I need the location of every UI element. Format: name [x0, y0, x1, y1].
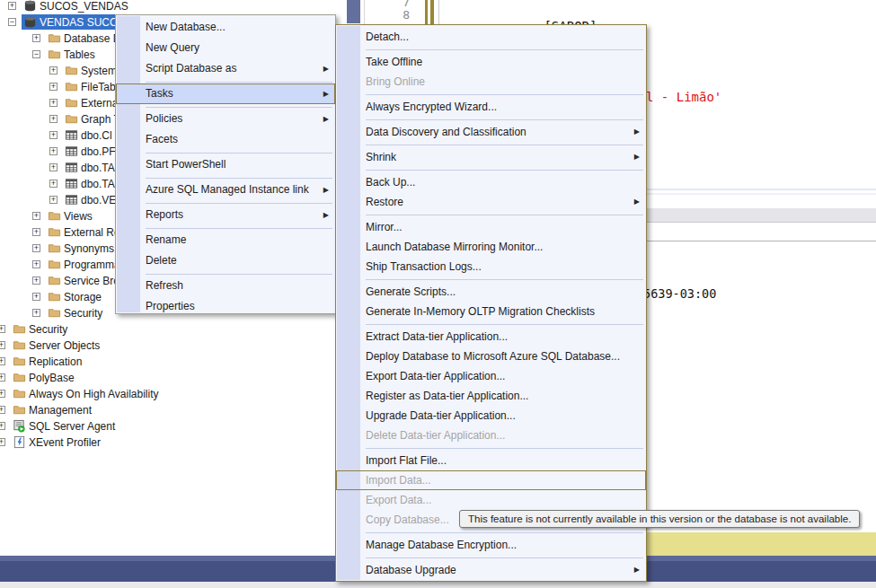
menu-item-launch-database-mirroring-monitor[interactable]: Launch Database Mirroring Monitor...: [336, 237, 646, 257]
menu-item-manage-database-encryption[interactable]: Manage Database Encryption...: [336, 535, 646, 555]
menu-item-export-data-tier-application[interactable]: Export Data-tier Application...: [336, 366, 646, 386]
tree-item-label: Storage: [64, 291, 102, 303]
plus-expander-icon[interactable]: +: [0, 422, 5, 430]
plus-expander-icon[interactable]: +: [32, 244, 40, 252]
menu-item-tasks[interactable]: Tasks▶: [116, 83, 335, 104]
menu-item-upgrade-data-tier-application[interactable]: Upgrade Data-tier Application...: [336, 406, 646, 426]
menu-item-back-up[interactable]: Back Up...: [336, 172, 646, 192]
minus-expander-icon[interactable]: −: [32, 50, 40, 58]
tree-item-polybase[interactable]: +PolyBase: [0, 370, 368, 385]
menu-item-take-offline[interactable]: Take Offline: [336, 52, 646, 72]
folder-icon: [13, 322, 26, 336]
plus-expander-icon[interactable]: +: [49, 196, 58, 204]
menu-item-properties[interactable]: Properties: [116, 296, 335, 317]
plus-expander-icon[interactable]: +: [49, 163, 58, 171]
plus-expander-icon[interactable]: +: [49, 66, 58, 75]
menu-item-new-query[interactable]: New Query: [116, 38, 335, 58]
plus-expander-icon[interactable]: +: [0, 390, 5, 398]
plus-expander-icon[interactable]: +: [0, 373, 5, 382]
menu-item-restore[interactable]: Restore▶: [336, 192, 646, 212]
plus-expander-icon[interactable]: +: [0, 341, 5, 349]
menu-item-start-powershell[interactable]: Start PowerShell: [116, 154, 335, 175]
tree-item-management[interactable]: +Management: [0, 402, 368, 417]
menu-item-label: Restore: [366, 196, 403, 208]
tree-item-label: Server Objects: [29, 339, 100, 352]
menu-item-script-database-as[interactable]: Script Database as▶: [116, 58, 335, 79]
tree-item-label: Replication: [29, 355, 82, 368]
menu-item-label: Ship Transaction Logs...: [366, 260, 482, 273]
plus-expander-icon[interactable]: +: [32, 309, 40, 317]
tree-item-replication[interactable]: +Replication: [0, 354, 368, 369]
folder-icon: [48, 258, 61, 271]
menu-item-extract-data-tier-application[interactable]: Extract Data-tier Application...: [336, 327, 646, 347]
menu-item-bring-online[interactable]: Bring Online: [336, 72, 646, 92]
tree-item-always-on-high-availability[interactable]: +Always On High Availability: [0, 386, 368, 401]
menu-item-policies[interactable]: Policies▶: [116, 109, 335, 129]
tree-item-server-objects[interactable]: +Server Objects: [0, 338, 368, 353]
tree-item-label: XEvent Profiler: [29, 436, 101, 449]
plus-expander-icon[interactable]: +: [49, 99, 58, 107]
menu-item-ship-transaction-logs[interactable]: Ship Transaction Logs...: [336, 257, 646, 276]
submenu-arrow-icon: ▶: [323, 58, 329, 79]
menu-item-import-data[interactable]: Import Data...: [336, 470, 646, 490]
plus-expander-icon[interactable]: +: [49, 180, 58, 188]
menu-item-mirror[interactable]: Mirror...: [336, 217, 646, 237]
minus-expander-icon[interactable]: −: [8, 18, 16, 26]
folder-icon: [48, 274, 61, 287]
menu-item-register-as-data-tier-application[interactable]: Register as Data-tier Application...: [336, 386, 646, 406]
menu-item-label: Script Database as: [146, 62, 236, 75]
tooltip-text: This feature is not currently available …: [468, 513, 851, 524]
menu-item-label: Manage Database Encryption...: [366, 539, 517, 551]
menu-item-azure-sql-managed-instance-link[interactable]: Azure SQL Managed Instance link▶: [116, 180, 335, 200]
folder-icon: [48, 209, 61, 223]
tree-item-xevent-profiler[interactable]: +XEvent Profiler: [0, 434, 368, 450]
folder-icon: [13, 338, 26, 352]
plus-expander-icon[interactable]: +: [32, 276, 40, 285]
pane-divider: [364, 0, 365, 24]
menu-item-detach[interactable]: Detach...: [336, 27, 646, 47]
plus-expander-icon[interactable]: +: [0, 325, 5, 333]
menu-item-new-database[interactable]: New Database...: [116, 17, 335, 38]
editor-status-band: [647, 532, 876, 556]
tree-item-sucos-vendas[interactable]: +SUCOS_VENDAS: [0, 0, 368, 13]
plus-expander-icon[interactable]: +: [32, 228, 40, 236]
menu-item-export-data[interactable]: Export Data...: [336, 490, 646, 510]
plus-expander-icon[interactable]: +: [32, 260, 40, 268]
plus-expander-icon[interactable]: +: [49, 83, 58, 91]
folder-icon: [48, 31, 61, 45]
menu-item-shrink[interactable]: Shrink▶: [336, 147, 646, 167]
menu-item-database-upgrade[interactable]: Database Upgrade▶: [336, 560, 646, 580]
menu-item-import-flat-file[interactable]: Import Flat File...: [336, 451, 646, 470]
menu-item-data-discovery-and-classification[interactable]: Data Discovery and Classification▶: [336, 122, 646, 142]
menu-item-facets[interactable]: Facets: [116, 129, 335, 150]
tree-item-security[interactable]: +Security: [0, 321, 368, 337]
menu-item-label: Azure SQL Managed Instance link: [146, 183, 309, 196]
menu-item-rename[interactable]: Rename: [116, 230, 335, 250]
plus-expander-icon[interactable]: +: [0, 438, 5, 446]
menu-item-label: Import Data...: [366, 474, 431, 487]
plus-expander-icon[interactable]: +: [32, 212, 40, 220]
plus-expander-icon[interactable]: +: [49, 115, 58, 123]
menu-item-delete[interactable]: Delete: [116, 250, 335, 271]
plus-expander-icon[interactable]: +: [32, 34, 40, 42]
tree-item-sql-server-agent[interactable]: +SQL Server Agent: [0, 418, 368, 434]
splitter-line: [647, 193, 876, 195]
plus-expander-icon[interactable]: +: [0, 357, 5, 365]
plus-expander-icon[interactable]: +: [49, 147, 58, 155]
table-icon: [65, 161, 78, 174]
object-explorer-scrollbar-thumb[interactable]: [347, 0, 360, 23]
plus-expander-icon[interactable]: +: [8, 2, 16, 10]
folder-icon: [13, 403, 26, 417]
menu-item-deploy-database-to-microsoft-azure-sql-database[interactable]: Deploy Database to Microsoft Azure SQL D…: [336, 347, 646, 366]
menu-item-generate-in-memory-oltp-migration-checklists[interactable]: Generate In-Memory OLTP Migration Checkl…: [336, 302, 646, 321]
menu-item-always-encrypted-wizard[interactable]: Always Encrypted Wizard...: [336, 97, 646, 117]
menu-item-delete-data-tier-application[interactable]: Delete Data-tier Application...: [336, 426, 646, 445]
tree-item-label: Synonyms: [64, 242, 114, 255]
plus-expander-icon[interactable]: +: [32, 293, 40, 301]
menu-item-reports[interactable]: Reports▶: [116, 205, 335, 225]
plus-expander-icon[interactable]: +: [49, 131, 58, 139]
menu-item-refresh[interactable]: Refresh: [116, 276, 335, 296]
menu-item-generate-scripts[interactable]: Generate Scripts...: [336, 282, 646, 302]
tree-item-label: VENDAS SUCOS: [40, 16, 125, 29]
plus-expander-icon[interactable]: +: [0, 406, 5, 414]
